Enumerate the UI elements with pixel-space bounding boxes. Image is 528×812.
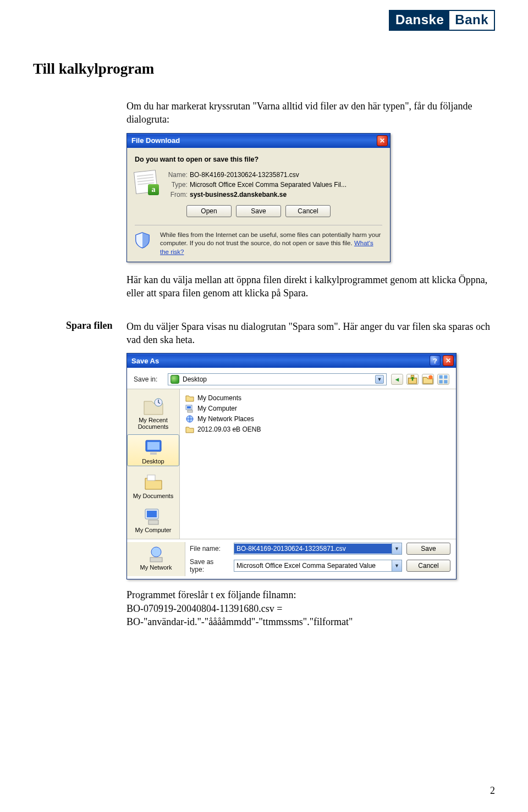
desktop-icon xyxy=(170,375,179,384)
save-button[interactable]: Save xyxy=(236,205,281,217)
dialog-title: File Download xyxy=(131,136,180,145)
divider xyxy=(135,225,382,225)
up-one-level-icon[interactable] xyxy=(406,374,419,385)
from-value: syst-business2.danskebank.se xyxy=(190,191,382,198)
file-download-dialog: File Download ✕ Do you want to open or s… xyxy=(127,133,391,263)
saveastype-value: Microsoft Office Excel Comma Separated V… xyxy=(234,561,392,571)
svg-rect-12 xyxy=(148,520,158,524)
page-number: 2 xyxy=(490,785,495,797)
shield-icon xyxy=(135,232,150,248)
close-icon[interactable]: ✕ xyxy=(443,355,454,366)
place-desktop[interactable]: Desktop xyxy=(127,434,179,466)
svg-point-0 xyxy=(428,375,433,380)
type-label: Type: xyxy=(162,181,188,189)
suggest-line-2: BO-070919-20040804-11391680.csv = xyxy=(127,602,495,615)
brand-logo: DanskeBank xyxy=(389,10,495,31)
file-list[interactable]: My Documents My Computer My Network Plac… xyxy=(180,389,456,539)
name-value: BO-8K4169-20130624-13235871.csv xyxy=(190,171,382,179)
dialog-titlebar[interactable]: Save As ? ✕ xyxy=(127,353,456,368)
from-label: From: xyxy=(162,191,188,198)
chevron-down-icon[interactable]: ▼ xyxy=(392,543,402,554)
list-item[interactable]: My Computer xyxy=(185,404,450,413)
svg-rect-11 xyxy=(147,511,157,517)
logo-word-2: Bank xyxy=(449,11,494,30)
warning-text: While files from the Internet can be use… xyxy=(160,231,382,257)
section-side-label: Spara filen xyxy=(66,320,113,332)
dialog-titlebar[interactable]: File Download ✕ xyxy=(127,134,390,148)
filename-label: File name: xyxy=(190,545,229,553)
places-bar: My Recent Documents Desktop My Documents… xyxy=(127,389,180,539)
suggest-line-3: BO-"användar-id."-"ååååmmdd"-"ttmmssms".… xyxy=(127,615,495,628)
suggest-line-1: Programmet föreslår t ex följande filnam… xyxy=(127,588,495,601)
place-my-documents[interactable]: My Documents xyxy=(127,469,179,500)
type-value: Microsoft Office Excel Comma Separated V… xyxy=(190,181,382,189)
section2-paragraph: Om du väljer Spara visas nu dialogrutan … xyxy=(127,320,495,347)
network-icon xyxy=(185,415,194,423)
svg-rect-14 xyxy=(187,406,191,408)
save-as-dialog: Save As ? ✕ Save in: Desktop ▼ ◄ xyxy=(127,353,457,579)
folder-icon xyxy=(185,394,194,402)
saveastype-label: Save as type: xyxy=(190,558,229,573)
list-item[interactable]: My Network Places xyxy=(185,415,450,423)
filename-value: BO-8K4169-20130624-13235871.csv xyxy=(234,544,392,554)
place-label: My Recent Documents xyxy=(129,417,177,430)
svg-point-17 xyxy=(151,547,161,557)
save-in-select[interactable]: Desktop ▼ xyxy=(168,373,387,385)
intro-paragraph: Om du har markerat kryssrutan "Varna all… xyxy=(127,100,495,126)
place-label: My Documents xyxy=(133,493,173,499)
folder-icon xyxy=(185,425,194,434)
svg-rect-1 xyxy=(439,375,443,379)
cancel-button[interactable]: Cancel xyxy=(285,205,331,217)
save-in-value: Desktop xyxy=(183,375,207,383)
dialog-question: Do you want to open or save this file? xyxy=(135,156,382,163)
help-icon[interactable]: ? xyxy=(430,355,441,366)
place-label: Desktop xyxy=(142,458,164,465)
paragraph-after-dialog1: Här kan du välja mellan att öppna filen … xyxy=(127,273,495,300)
name-label: Name: xyxy=(162,171,188,179)
svg-rect-4 xyxy=(444,380,447,384)
cancel-button[interactable]: Cancel xyxy=(406,560,450,572)
save-in-label: Save in: xyxy=(134,375,163,383)
svg-rect-15 xyxy=(188,410,193,412)
place-my-network[interactable]: My Network xyxy=(127,542,185,576)
chevron-down-icon[interactable]: ▼ xyxy=(392,560,402,571)
open-button[interactable]: Open xyxy=(186,205,232,217)
chevron-down-icon[interactable]: ▼ xyxy=(375,375,384,384)
svg-rect-9 xyxy=(147,475,155,480)
logo-word-1: Danske xyxy=(390,11,449,30)
place-label: My Computer xyxy=(135,527,171,533)
dialog-title: Save As xyxy=(131,357,159,365)
list-item[interactable]: 2012.09.03 eB OENB xyxy=(185,425,450,434)
svg-rect-8 xyxy=(150,452,157,455)
filename-input[interactable]: BO-8K4169-20130624-13235871.csv ▼ xyxy=(234,543,402,555)
save-button[interactable]: Save xyxy=(406,543,450,555)
new-folder-icon[interactable] xyxy=(422,374,434,385)
place-label: My Network xyxy=(140,564,172,571)
place-recent-documents[interactable]: My Recent Documents xyxy=(127,394,179,431)
page-title: Till kalkylprogram xyxy=(33,60,495,78)
svg-rect-18 xyxy=(150,557,162,562)
computer-icon xyxy=(185,404,194,413)
close-icon[interactable]: ✕ xyxy=(377,135,388,146)
svg-rect-3 xyxy=(439,380,443,384)
svg-rect-7 xyxy=(147,442,160,450)
list-item[interactable]: My Documents xyxy=(185,394,450,402)
saveastype-select[interactable]: Microsoft Office Excel Comma Separated V… xyxy=(234,560,402,572)
views-icon[interactable] xyxy=(437,374,449,385)
back-icon[interactable]: ◄ xyxy=(391,374,403,385)
file-type-icon: a xyxy=(135,171,157,193)
place-my-computer[interactable]: My Computer xyxy=(127,504,179,534)
svg-rect-2 xyxy=(444,375,447,379)
